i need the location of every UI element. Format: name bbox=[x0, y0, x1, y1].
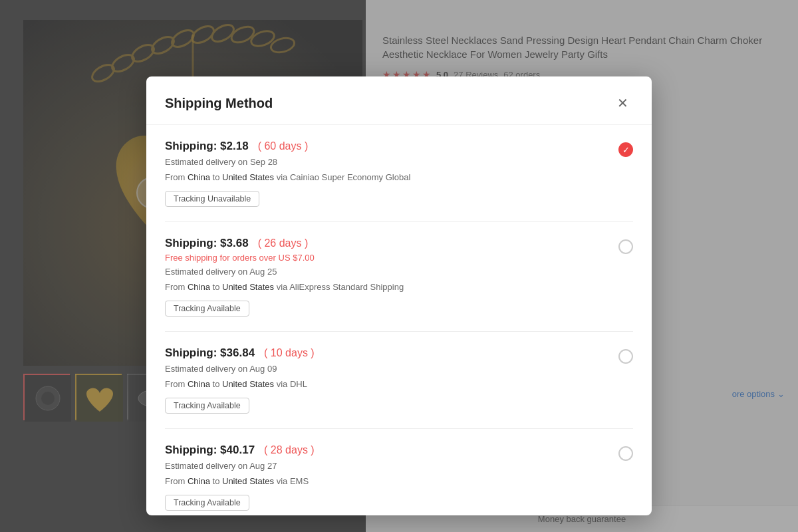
modal-body[interactable]: Shipping: $2.18 ( 60 days ) Estimated de… bbox=[146, 125, 652, 515]
shipping-route-1: From China to United States via Cainiao … bbox=[165, 171, 608, 184]
shipping-delivery-2: Estimated delivery on Aug 25 bbox=[165, 265, 608, 279]
tracking-badge-2: Tracking Available bbox=[165, 301, 249, 317]
shipping-price-1: Shipping: $2.18 bbox=[165, 140, 249, 153]
shipping-content-1: Shipping: $2.18 ( 60 days ) Estimated de… bbox=[165, 140, 608, 207]
shipping-content-2: Shipping: $3.68 ( 26 days ) Free shippin… bbox=[165, 237, 608, 317]
shipping-route-3: From China to United States via DHL bbox=[165, 378, 608, 391]
tracking-badge-1: Tracking Unavailable bbox=[165, 191, 259, 207]
radio-button-4[interactable] bbox=[618, 446, 633, 461]
radio-button-1[interactable]: ✓ bbox=[618, 142, 633, 157]
shipping-days-3: ( 10 days ) bbox=[264, 347, 315, 359]
shipping-route-4: From China to United States via EMS bbox=[165, 475, 608, 488]
radio-button-3[interactable] bbox=[618, 349, 633, 364]
tracking-badge-4: Tracking Available bbox=[165, 495, 249, 511]
modal-close-button[interactable]: ✕ bbox=[612, 92, 633, 114]
shipping-price-row-1: Shipping: $2.18 ( 60 days ) bbox=[165, 140, 608, 153]
shipping-delivery-4: Estimated delivery on Aug 27 bbox=[165, 460, 608, 473]
shipping-route-2: From China to United States via AliExpre… bbox=[165, 281, 608, 294]
shipping-days-2: ( 26 days ) bbox=[258, 237, 309, 249]
shipping-price-row-2: Shipping: $3.68 ( 26 days ) bbox=[165, 237, 608, 250]
shipping-days-4: ( 28 days ) bbox=[264, 444, 315, 456]
shipping-price-row-4: Shipping: $40.17 ( 28 days ) bbox=[165, 444, 608, 457]
radio-button-2[interactable] bbox=[618, 239, 633, 254]
shipping-price-3: Shipping: $36.84 bbox=[165, 346, 255, 360]
free-shipping-note: Free shipping for orders over US $7.00 bbox=[165, 253, 608, 263]
shipping-content-4: Shipping: $40.17 ( 28 days ) Estimated d… bbox=[165, 444, 608, 511]
check-icon: ✓ bbox=[622, 146, 630, 154]
shipping-option-1[interactable]: Shipping: $2.18 ( 60 days ) Estimated de… bbox=[165, 125, 633, 222]
shipping-days-1: ( 60 days ) bbox=[258, 140, 309, 152]
shipping-option-4[interactable]: Shipping: $40.17 ( 28 days ) Estimated d… bbox=[165, 429, 633, 515]
close-icon: ✕ bbox=[617, 95, 628, 111]
shipping-delivery-3: Estimated delivery on Aug 09 bbox=[165, 362, 608, 376]
shipping-price-2: Shipping: $3.68 bbox=[165, 237, 249, 250]
shipping-modal: Shipping Method ✕ Shipping: $2.18 ( 60 d… bbox=[146, 76, 652, 515]
shipping-price-row-3: Shipping: $36.84 ( 10 days ) bbox=[165, 346, 608, 360]
shipping-delivery-1: Estimated delivery on Sep 28 bbox=[165, 156, 608, 169]
shipping-price-4: Shipping: $40.17 bbox=[165, 444, 255, 457]
shipping-content-3: Shipping: $36.84 ( 10 days ) Estimated d… bbox=[165, 346, 608, 414]
shipping-option-3[interactable]: Shipping: $36.84 ( 10 days ) Estimated d… bbox=[165, 332, 633, 429]
tracking-badge-3: Tracking Available bbox=[165, 398, 249, 414]
modal-header: Shipping Method ✕ bbox=[146, 76, 652, 125]
modal-title: Shipping Method bbox=[165, 96, 273, 111]
modal-overlay: Shipping Method ✕ Shipping: $2.18 ( 60 d… bbox=[0, 0, 798, 532]
shipping-option-2[interactable]: Shipping: $3.68 ( 26 days ) Free shippin… bbox=[165, 222, 633, 332]
